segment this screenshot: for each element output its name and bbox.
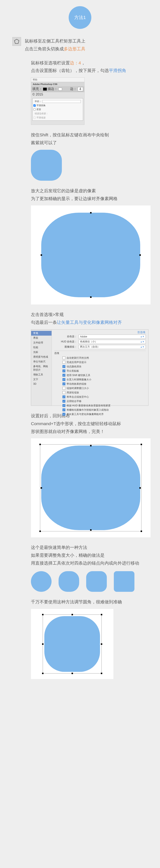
intro-line-1: 鼠标移至左侧工具栏矩形工具上 — [25, 37, 85, 45]
star-checkbox[interactable] — [33, 108, 36, 111]
prefs-option-row: ✓带动画效果的缩放 — [62, 382, 146, 386]
prefs-sidebar-item[interactable]: 性能 — [31, 345, 52, 350]
prefs-sidebar-item[interactable]: 光标 — [31, 350, 52, 354]
prefs-checkbox[interactable]: ✓ — [62, 413, 65, 416]
prefs-sidebar-item[interactable]: 文字 — [31, 377, 52, 382]
method-badge: 方法1 — [69, 6, 91, 29]
chevron-updown-icon: ▲▼ — [140, 336, 144, 338]
highlight-sides-4: 边：4 — [70, 60, 81, 65]
shape-variations-row — [31, 571, 146, 592]
prefs-option-label: 导出剪贴板 — [67, 369, 79, 373]
shape-variation-4 — [114, 571, 134, 592]
step2-line-2: 点击设置图标（齿轮），按下展开，勾选平滑拐角 — [31, 67, 146, 74]
transform-bbox — [43, 615, 102, 674]
final-shape-canvas — [31, 609, 114, 679]
step5-line-1: 左击首选项>常规 — [31, 311, 146, 318]
highlight-polygon-tool: 多边形工具 — [64, 46, 85, 51]
step3-line-1: 按住Shift，按住鼠标左键在画布中央绘制 — [31, 131, 146, 139]
hud-picker-select[interactable]: 色相条纹（小）▲▼ — [78, 340, 146, 344]
anchor-left — [41, 254, 42, 256]
polygon-tool-icon — [12, 37, 21, 46]
step3-line-2: 酱紫就可以了 — [31, 139, 146, 147]
prefs-checkbox[interactable]: ✓ — [62, 369, 65, 372]
zoomed-shape-canvas — [31, 206, 151, 305]
prefs-checkbox[interactable]: ✓ — [62, 374, 65, 377]
prefs-option-row: ✓在置入时调整图像大小 — [62, 378, 146, 381]
final-shape — [44, 616, 100, 672]
prefs-checkbox[interactable]: ✓ — [62, 404, 65, 407]
prefs-option-label: 自动更新打开的文档 — [67, 356, 89, 360]
chevron-updown-icon: ▲▼ — [140, 346, 144, 348]
step7-line-2: 如果需要调整角度大小，精确的做法是 — [31, 551, 146, 559]
prefs-checkbox[interactable]: ✓ — [62, 408, 65, 411]
step2-line-1: 鼠标移至选项栏设置边：4， — [31, 59, 146, 67]
svg-marker-0 — [14, 39, 19, 43]
aligned-shape-canvas — [31, 438, 151, 537]
chevron-updown-icon: ▲▼ — [140, 341, 144, 343]
prefs-option-row: ✓将栅格化图像作为智能对象置入或拖动 — [62, 408, 146, 412]
prefs-sidebar-item[interactable]: 常规 — [31, 331, 52, 336]
prefs-option-label: 完成后用声音提示 — [67, 361, 86, 364]
rounded-shape-small — [31, 150, 62, 181]
prefs-option-row: ✓使用 Shift 键切换工具 — [62, 374, 146, 377]
interp-select[interactable]: 两次立方（自动）▲▼ — [78, 345, 146, 349]
prefs-option-row: 用滚轮缩放 — [62, 391, 146, 394]
intro-line-2: 点击三角箭头切换成多边形工具 — [25, 45, 85, 53]
prefs-option-row: ✓根据 HUD 垂直移动来改变圆形画笔硬度 — [62, 404, 146, 407]
transform-bbox — [40, 444, 141, 531]
step4-line-2: 为了更加精确的显示，要让边缘对齐像素网格 — [31, 195, 146, 203]
prefs-option-row: ✓动态颜色滑块 — [62, 365, 146, 368]
prefs-sidebar-item[interactable]: 文件处理 — [31, 340, 52, 345]
prefs-option-label: 缩放时调整窗口大小 — [67, 386, 89, 390]
preferences-dialog: 首选项 常规界面文件处理性能光标透明度与色域单位与标尺参考线、网格和切片增效工具… — [31, 330, 149, 406]
highlight-snap-pref: 让矢量工具与变化和像素网格对齐 — [57, 320, 122, 325]
step6-line-2: Command+T选中形状，按住左键轻轻移动鼠标 — [31, 420, 146, 428]
prefs-option-row: ✓导出剪贴板 — [62, 369, 146, 373]
prefs-checkbox[interactable]: ✓ — [62, 400, 65, 403]
prefs-option-label: 将单击点缩放至中心 — [67, 395, 89, 399]
aligned-shape — [41, 445, 140, 530]
prefs-checkbox[interactable] — [62, 361, 65, 364]
prefs-option-row: ✓将单击点缩放至中心 — [62, 395, 146, 399]
anchor-top — [90, 212, 92, 214]
prefs-checkbox[interactable] — [62, 387, 65, 390]
prefs-option-label: 在置入时调整图像大小 — [67, 378, 91, 381]
smooth-corner-checkbox[interactable] — [33, 104, 36, 106]
prefs-option-row: 缩放时调整窗口大小 — [62, 386, 146, 390]
prefs-checkbox[interactable]: ✓ — [62, 378, 65, 381]
color-picker-select[interactable]: Adobe▲▼ — [78, 335, 146, 339]
prefs-option-label: 根据 HUD 垂直移动来改变圆形画笔硬度 — [67, 404, 110, 407]
prefs-option-label: 使用 Shift 键切换工具 — [67, 374, 90, 377]
prefs-checkbox[interactable] — [62, 391, 65, 394]
shape-variation-2 — [59, 571, 79, 592]
prefs-sidebar-item[interactable]: 参考线、网格和切片 — [31, 364, 52, 372]
prefs-option-label: 启用轻击平移 — [67, 400, 82, 403]
shape-variation-1 — [31, 571, 52, 592]
prefs-option-row: 自动更新打开的文档 — [62, 356, 146, 360]
shape-variation-3 — [86, 571, 107, 592]
highlight-smooth-corner: 平滑拐角 — [109, 68, 126, 73]
step7-line-1: 这个是最快速简单的一种方法 — [31, 544, 146, 551]
prefs-sidebar-item[interactable]: 单位与标尺 — [31, 359, 52, 364]
anchor-right — [139, 254, 141, 256]
prefs-sidebar-item[interactable]: 界面 — [31, 336, 52, 340]
prefs-sidebar-item[interactable]: 透明度与色域 — [31, 354, 52, 359]
prefs-sidebar: 常规界面文件处理性能光标透明度与色域单位与标尺参考线、网格和切片增效工具文字3D — [31, 330, 52, 406]
step5-line-2: 勾选最后一条让矢量工具与变化和像素网格对齐 — [31, 318, 146, 326]
anchor-bottom — [90, 297, 92, 298]
prefs-sidebar-item[interactable]: 3D — [31, 382, 52, 386]
prefs-option-row: ✓将矢量工具与变化和像素网格对齐 — [62, 412, 146, 416]
prefs-checkbox[interactable] — [62, 356, 65, 359]
prefs-checkbox[interactable]: ✓ — [62, 396, 65, 398]
prefs-checkbox[interactable]: ✓ — [62, 382, 65, 385]
step7-line-3: 用直接选择工具依次对四条边的锚点向内或向外进行移动 — [31, 559, 146, 567]
step4-line-1: 放大之后发现它的边缘是虚的像素 — [31, 187, 146, 195]
ps-options-screenshot: 帮助 Adobe Photoshop CS6 填充： 描边： 边： 4 © 20… — [31, 78, 85, 125]
prefs-checkbox[interactable]: ✓ — [62, 365, 65, 368]
prefs-option-label: 将矢量工具与变化和像素网格对齐 — [67, 412, 104, 416]
prefs-sidebar-item[interactable]: 增效工具 — [31, 372, 52, 377]
prefs-option-label: 将栅格化图像作为智能对象置入或拖动 — [67, 408, 109, 412]
step8-line-1: 千万不要使用这种方法调节圆角，很难做到准确 — [31, 598, 146, 606]
prefs-option-label: 动态颜色滑块 — [67, 365, 82, 368]
prefs-option-row: ✓启用轻击平移 — [62, 400, 146, 403]
